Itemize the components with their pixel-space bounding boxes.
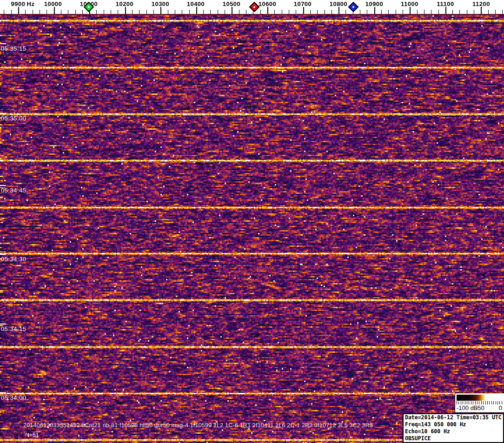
ruler-tick (125, 7, 126, 14)
info-line: Freq=143 050 000 Hz (405, 421, 502, 428)
ruler-tick (459, 10, 460, 14)
ruler-tick (61, 10, 61, 14)
ruler-tick (267, 7, 268, 14)
marker-center-dot (352, 6, 355, 8)
ruler-tick (33, 10, 33, 14)
ruler-tick (225, 10, 225, 14)
freq-marker-blue[interactable] (348, 2, 359, 13)
ruler-freq-label: 9900 (11, 0, 26, 7)
ruler-tick (175, 10, 175, 14)
ruler-tick (310, 10, 311, 14)
ruler-tick (82, 10, 83, 14)
ruler-tick (46, 10, 47, 14)
ruler-tick (410, 7, 411, 14)
ruler-tick (388, 10, 389, 14)
ruler-tick (139, 10, 139, 14)
ruler-tick (438, 10, 439, 14)
colorbar-label-max: 0 (499, 404, 502, 411)
ruler-tick (232, 7, 232, 14)
ruler-tick (11, 10, 12, 14)
ruler-freq-label: 10500 (223, 0, 241, 7)
ruler-freq-label: 11200 (472, 0, 490, 7)
ruler-tick (481, 7, 482, 14)
ruler-tick (239, 10, 239, 14)
ruler-tick (374, 7, 375, 14)
ruler-freq-label: 10400 (187, 0, 205, 7)
ruler-tick (396, 10, 396, 14)
ruler-tick (424, 10, 424, 14)
intensity-colorbar: -100 dB -50 0 (455, 393, 504, 413)
ruler-freq-label: 10200 (116, 0, 134, 7)
colorbar-ticks (457, 401, 503, 404)
ruler-freq-label: 10000 (44, 0, 62, 7)
frequency-ruler: 9900Hz1000010100102001030010400105001060… (0, 0, 504, 14)
ruler-freq-label: 10300 (152, 0, 170, 7)
ruler-tick (417, 10, 418, 14)
ruler-tick (75, 10, 76, 14)
ruler-freq-label: 10900 (365, 0, 384, 7)
ruler-tick (317, 10, 318, 14)
ruler-tick (153, 10, 154, 14)
ruler-tick (367, 10, 367, 14)
time-tick (0, 113, 6, 114)
ruler-tick (146, 10, 147, 14)
time-tick (0, 254, 6, 255)
ruler-tick (296, 10, 296, 14)
ruler-tick (467, 10, 467, 14)
ruler-tick (360, 10, 360, 14)
ruler-tick (246, 10, 246, 14)
ruler-tick (118, 10, 118, 14)
ruler-tick (488, 10, 489, 14)
ruler-tick (54, 7, 55, 14)
observation-info-box: Date=2014-06-12 Time=03:35 UTCFreq=143 0… (403, 413, 504, 443)
ruler-tick (495, 10, 496, 14)
ruler-tick (445, 7, 446, 14)
ruler-freq-label: 11000 (401, 0, 418, 7)
ruler-tick (104, 10, 104, 14)
ruler-tick (189, 10, 190, 14)
ruler-tick (502, 10, 503, 14)
ruler-freq-label: 10600 (259, 0, 277, 7)
ruler-tick (40, 10, 40, 14)
ruler-tick (303, 7, 304, 14)
ruler-tick (196, 7, 197, 14)
cursor-label: ^t+51 (25, 432, 39, 438)
ruler-freq-label: 10800 (330, 0, 348, 7)
ruler-tick (289, 10, 289, 14)
info-line: Echo=10 600 Hz (405, 428, 502, 435)
info-line: Date=2014-06-12 Time=03:35 UTC (405, 414, 502, 421)
ruler-tick (203, 10, 204, 14)
ruler-tick (111, 10, 111, 14)
marker-center-dot (87, 6, 90, 8)
ruler-tick (332, 10, 332, 14)
ruler-freq-label: 11100 (437, 0, 454, 7)
time-label: 05:34:15 (1, 325, 27, 332)
marker-center-dot (253, 6, 256, 8)
ruler-tick (345, 10, 346, 14)
ruler-tick (68, 10, 68, 14)
ruler-unit-label: Hz (27, 0, 35, 7)
ruler-tick (452, 10, 453, 14)
time-tick (0, 324, 6, 324)
time-label: 05:34:00 (1, 394, 27, 401)
time-label: 05:34:30 (1, 256, 27, 263)
colorbar-gradient (457, 395, 503, 401)
ruler-tick (160, 7, 161, 14)
ruler-freq-label: 10700 (294, 0, 312, 7)
ruler-tick (338, 7, 339, 14)
ruler-tick (282, 10, 282, 14)
spectrogram-app-window: 9900Hz1000010100102001030010400105001060… (0, 0, 504, 443)
colorbar-label-min: -100 dB (457, 404, 478, 411)
ruler-tick (325, 10, 325, 14)
time-label: 05:34:45 (1, 187, 27, 194)
ruler-tick (25, 10, 26, 14)
ruler-tick (381, 10, 382, 14)
time-label: 05:35:00 (1, 115, 27, 122)
spectrogram-canvas[interactable] (0, 14, 504, 443)
ruler-tick (4, 10, 4, 14)
ruler-tick (474, 10, 474, 14)
ruler-tick (274, 10, 275, 14)
ruler-tick (132, 10, 133, 14)
ruler-tick (96, 10, 97, 14)
detection-annotation: 20140612033351452 hCnt21 nb-81 f10598 hi… (23, 422, 373, 429)
